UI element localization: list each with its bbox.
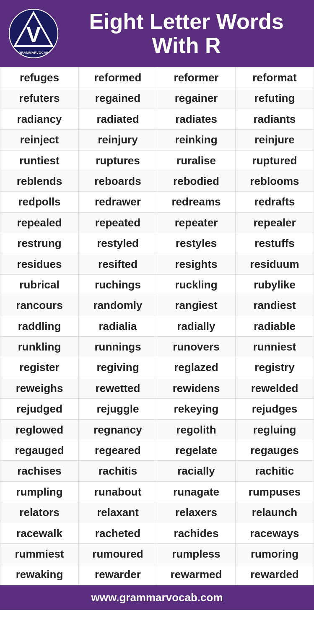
table-row: registerregivingreglazedregistry <box>0 357 314 378</box>
word-cell: reinjury <box>79 130 157 150</box>
word-cell: randomly <box>79 295 157 316</box>
word-cell: rummiest <box>0 543 79 564</box>
word-cell: ruralise <box>157 150 236 171</box>
table-row: residuesresiftedresightsresiduum <box>0 254 314 274</box>
word-cell: refuges <box>0 68 79 88</box>
word-cell: rancours <box>0 295 79 316</box>
word-cell: rejudges <box>236 399 314 419</box>
word-cell: radialia <box>79 316 157 336</box>
word-cell: runniest <box>236 337 314 357</box>
word-cell: ruckling <box>157 274 236 295</box>
footer-url: www.grammarvocab.com <box>91 591 223 604</box>
word-cell: radiants <box>236 109 314 129</box>
word-cell: randiest <box>236 295 314 316</box>
word-cell: relaunch <box>236 502 314 523</box>
word-cell: regelate <box>157 440 236 461</box>
word-cell: ruptures <box>79 150 157 171</box>
word-cell: rejudged <box>0 399 79 419</box>
word-cell: raceways <box>236 523 314 543</box>
table-row: reblendsreboardsrebodiedreblooms <box>0 171 314 191</box>
word-cell: rewidens <box>157 378 236 398</box>
footer: www.grammarvocab.com <box>0 585 314 610</box>
word-cell: rangiest <box>157 295 236 316</box>
word-cell: regolith <box>157 419 236 440</box>
word-cell: runtiest <box>0 150 79 171</box>
word-cell: reinject <box>0 130 79 150</box>
word-cell: rewetted <box>79 378 157 398</box>
word-cell: rebodied <box>157 171 236 191</box>
word-cell: refuting <box>236 88 314 109</box>
word-cell: regauges <box>236 440 314 461</box>
word-cell: residuum <box>236 254 314 274</box>
word-cell: repealed <box>0 212 79 233</box>
word-cell: redrawer <box>79 192 157 212</box>
word-cell: rachises <box>0 461 79 481</box>
word-cell: refuters <box>0 88 79 109</box>
word-cell: reglowed <box>0 419 79 440</box>
word-cell: reweighs <box>0 378 79 398</box>
word-cell: rubylike <box>236 274 314 295</box>
word-cell: rewaking <box>0 564 79 585</box>
word-cell: rumpless <box>157 543 236 564</box>
table-row: restrungrestyledrestylesrestuffs <box>0 233 314 254</box>
word-cell: reformed <box>79 68 157 88</box>
word-cell: regained <box>79 88 157 109</box>
word-cell: regnancy <box>79 419 157 440</box>
svg-text:V: V <box>26 22 41 47</box>
word-cell: runkling <box>0 337 79 357</box>
word-cell: repeated <box>79 212 157 233</box>
word-cell: rumpuses <box>236 481 314 502</box>
word-cell: reblooms <box>236 171 314 191</box>
word-cell: ruchings <box>79 274 157 295</box>
table-row: rachisesrachitisraciallyrachitic <box>0 461 314 481</box>
word-cell: regiving <box>79 357 157 378</box>
header: V GRAMMARVOCAB Eight Letter Words With R <box>0 0 314 67</box>
table-row: reweighsrewettedrewidensrewelded <box>0 378 314 398</box>
word-cell: runovers <box>157 337 236 357</box>
word-cell: redrafts <box>236 192 314 212</box>
table-row: relatorsrelaxantrelaxersrelaunch <box>0 502 314 523</box>
word-cell: redpolls <box>0 192 79 212</box>
table-row: rancoursrandomlyrangiestrandiest <box>0 295 314 316</box>
word-table: refugesreformedreformerreformatrefutersr… <box>0 67 314 585</box>
word-cell: runnings <box>79 337 157 357</box>
word-cell: restrung <box>0 233 79 254</box>
table-row: refutersregainedregainerrefuting <box>0 88 314 109</box>
word-cell: resights <box>157 254 236 274</box>
table-row: rewakingrewarderrewarmedrewarded <box>0 564 314 585</box>
word-cell: rumoured <box>79 543 157 564</box>
word-cell: racheted <box>79 523 157 543</box>
word-cell: reinking <box>157 130 236 150</box>
word-cell: regainer <box>157 88 236 109</box>
word-cell: reblends <box>0 171 79 191</box>
word-cell: radiable <box>236 316 314 336</box>
word-cell: raddling <box>0 316 79 336</box>
word-cell: radiates <box>157 109 236 129</box>
table-row: redpollsredrawerredreamsredrafts <box>0 192 314 212</box>
table-row: reglowedregnancyregolithregluing <box>0 419 314 440</box>
word-cell: regluing <box>236 419 314 440</box>
word-cell: reboards <box>79 171 157 191</box>
word-cell: radiancy <box>0 109 79 129</box>
word-cell: regauged <box>0 440 79 461</box>
logo: V GRAMMARVOCAB <box>8 8 59 59</box>
word-cell: rachitis <box>79 461 157 481</box>
word-cell: rewarmed <box>157 564 236 585</box>
page-title: Eight Letter Words With R <box>67 10 306 57</box>
word-cell: rumpling <box>0 481 79 502</box>
word-cell: rumoring <box>236 543 314 564</box>
word-cell: reformer <box>157 68 236 88</box>
word-cell: rewelded <box>236 378 314 398</box>
word-cell: resifted <box>79 254 157 274</box>
word-cell: restyled <box>79 233 157 254</box>
table-row: rejudgedrejugglerekeyingrejudges <box>0 399 314 419</box>
word-cell: reinjure <box>236 130 314 150</box>
word-cell: registry <box>236 357 314 378</box>
word-cell: register <box>0 357 79 378</box>
word-cell: rekeying <box>157 399 236 419</box>
word-cell: racially <box>157 461 236 481</box>
word-cell: radially <box>157 316 236 336</box>
word-cell: runagate <box>157 481 236 502</box>
word-cell: relators <box>0 502 79 523</box>
table-row: radiancyradiatedradiatesradiants <box>0 109 314 129</box>
